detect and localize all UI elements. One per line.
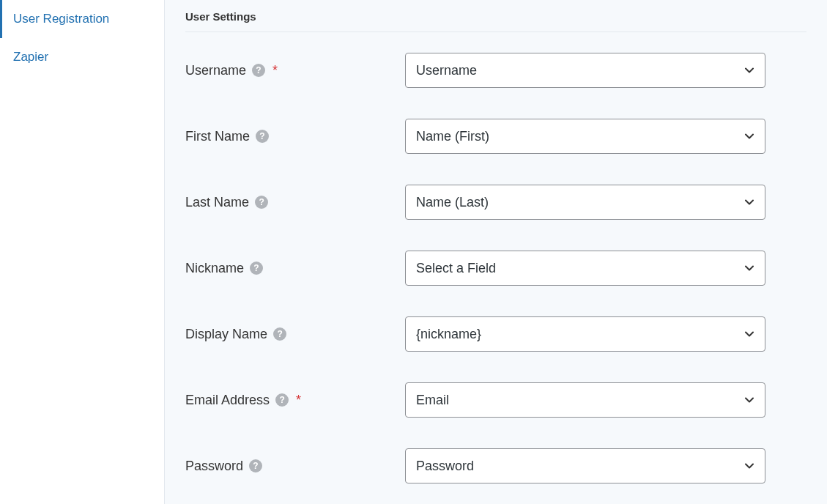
field-row-display-name: Display Name ? {nickname} [185, 316, 806, 352]
label-text: Last Name [185, 195, 249, 210]
field-label: Last Name ? [185, 195, 405, 210]
section-title: User Settings [185, 0, 806, 32]
select-display-name[interactable]: {nickname} [405, 316, 765, 352]
select-value: Username [405, 53, 765, 88]
required-indicator: * [272, 63, 278, 78]
help-icon[interactable]: ? [273, 327, 286, 341]
select-value: Select a Field [405, 251, 765, 286]
label-text: Nickname [185, 261, 244, 276]
select-value: Name (Last) [405, 185, 765, 220]
help-icon[interactable]: ? [250, 262, 263, 275]
field-row-nickname: Nickname ? Select a Field [185, 251, 806, 286]
label-text: First Name [185, 129, 250, 144]
field-label: Username ? * [185, 63, 405, 78]
select-value: Email [405, 382, 765, 418]
field-label: First Name ? [185, 129, 405, 144]
required-indicator: * [296, 393, 301, 408]
help-icon[interactable]: ? [249, 459, 262, 472]
sidebar-item-zapier[interactable]: Zapier [0, 38, 164, 76]
sidebar-item-label: User Registration [13, 12, 109, 26]
help-icon[interactable]: ? [252, 64, 265, 77]
label-text: Username [185, 63, 246, 78]
select-first-name[interactable]: Name (First) [405, 119, 765, 154]
help-icon[interactable]: ? [255, 196, 268, 209]
field-label: Email Address ? * [185, 393, 405, 408]
select-nickname[interactable]: Select a Field [405, 251, 765, 286]
field-label: Display Name ? [185, 327, 405, 342]
label-text: Display Name [185, 327, 267, 342]
field-label: Nickname ? [185, 261, 405, 276]
help-icon[interactable]: ? [256, 130, 269, 143]
select-last-name[interactable]: Name (Last) [405, 185, 765, 220]
field-row-last-name: Last Name ? Name (Last) [185, 185, 806, 220]
help-icon[interactable]: ? [275, 393, 289, 407]
select-value: Password [405, 448, 765, 483]
label-text: Password [185, 459, 243, 474]
sidebar-item-user-registration[interactable]: User Registration [0, 0, 164, 38]
select-email[interactable]: Email [405, 382, 765, 418]
field-row-password: Password ? Password [185, 448, 806, 483]
sidebar-item-label: Zapier [13, 50, 48, 64]
field-label: Password ? [185, 459, 405, 474]
select-value: Name (First) [405, 119, 765, 154]
main-panel: User Settings Username ? * Username Firs… [165, 0, 827, 504]
field-row-email: Email Address ? * Email [185, 382, 806, 418]
field-row-first-name: First Name ? Name (First) [185, 119, 806, 154]
select-value: {nickname} [405, 316, 765, 352]
select-password[interactable]: Password [405, 448, 765, 483]
sidebar: User Registration Zapier [0, 0, 165, 504]
select-username[interactable]: Username [405, 53, 765, 88]
field-row-username: Username ? * Username [185, 53, 806, 88]
label-text: Email Address [185, 393, 270, 408]
